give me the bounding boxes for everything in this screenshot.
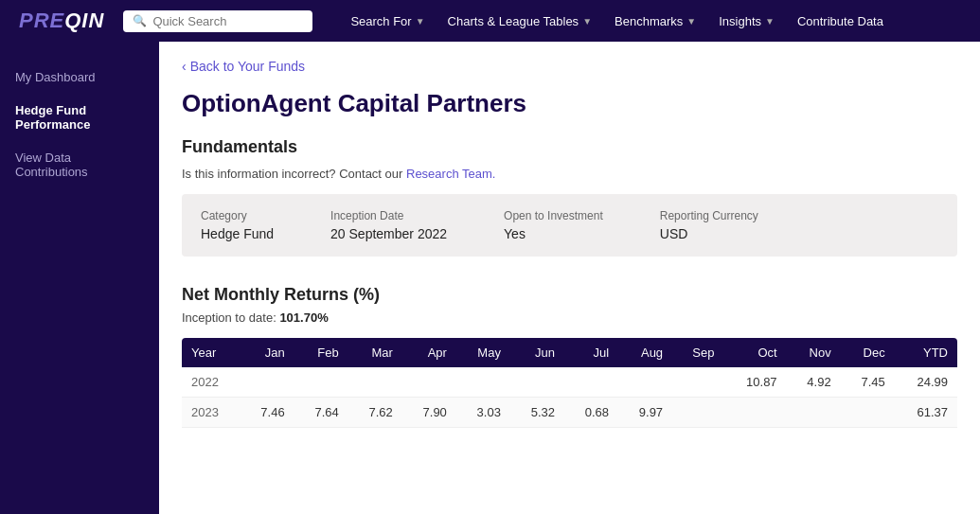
- fund-category-value: Hedge Fund: [201, 226, 274, 241]
- cell-jul: 0.68: [564, 398, 618, 428]
- nav-benchmarks[interactable]: Benchmarks ▼: [605, 9, 705, 34]
- col-feb: Feb: [294, 338, 348, 367]
- col-sep: Sep: [672, 338, 723, 367]
- fund-currency-label: Reporting Currency: [660, 209, 758, 222]
- cell-apr: 7.90: [402, 398, 456, 428]
- col-mar: Mar: [348, 338, 402, 367]
- search-icon: 🔍: [133, 14, 147, 27]
- cell-jan: 7.46: [241, 398, 294, 428]
- returns-table-header-row: Year Jan Feb Mar Apr May Jun Jul Aug Sep…: [182, 338, 957, 367]
- fundamentals-table: Category Hedge Fund Inception Date 20 Se…: [182, 194, 957, 257]
- chevron-down-icon: ▼: [765, 16, 775, 27]
- fund-category-label: Category: [201, 209, 274, 222]
- nav-search-for[interactable]: Search For ▼: [341, 9, 434, 34]
- cell-nov: [787, 398, 841, 428]
- chevron-down-icon: ▼: [686, 16, 696, 27]
- cell-oct: [723, 398, 786, 428]
- cell-ytd: 61.37: [895, 398, 957, 428]
- col-nov: Nov: [787, 338, 841, 367]
- chevron-down-icon: ▼: [582, 16, 592, 27]
- fundamentals-title: Fundamentals: [159, 137, 980, 167]
- back-bar: ‹ Back to Your Funds: [159, 42, 980, 74]
- search-input[interactable]: [152, 14, 285, 28]
- cell-apr: [402, 367, 456, 398]
- cell-aug: [618, 367, 672, 398]
- col-year: Year: [182, 338, 241, 367]
- page-title: OptionAgent Capital Partners: [159, 74, 980, 137]
- cell-mar: [348, 367, 402, 398]
- fundamentals-description: Is this information incorrect? Contact o…: [159, 167, 980, 194]
- cell-aug: 9.97: [618, 398, 672, 428]
- fund-inception-field: Inception Date 20 September 2022: [330, 209, 447, 241]
- col-ytd: YTD: [895, 338, 957, 367]
- inception-text: Inception to date: 101.70%: [182, 310, 957, 325]
- table-row: 202210.874.927.4524.99: [182, 367, 957, 398]
- sidebar-item-hedge-fund-performance[interactable]: Hedge Fund Performance: [0, 94, 159, 141]
- cell-dec: [841, 398, 895, 428]
- fund-open-label: Open to Investment: [504, 209, 603, 222]
- chevron-left-icon: ‹: [182, 59, 187, 74]
- cell-year: 2023: [182, 398, 241, 428]
- table-row: 20237.467.647.627.903.035.320.689.9761.3…: [182, 398, 957, 428]
- cell-may: [456, 367, 510, 398]
- returns-title: Net Monthly Returns (%): [182, 285, 957, 305]
- chevron-down-icon: ▼: [416, 16, 425, 27]
- cell-jul: [564, 367, 618, 398]
- header: PREQIN 🔍 Search For ▼ Charts & League Ta…: [0, 0, 980, 42]
- back-to-funds-link[interactable]: ‹ Back to Your Funds: [182, 59, 305, 74]
- cell-oct: 10.87: [723, 367, 786, 398]
- inception-value: 101.70%: [279, 310, 328, 325]
- cell-may: 3.03: [456, 398, 510, 428]
- returns-table: Year Jan Feb Mar Apr May Jun Jul Aug Sep…: [182, 338, 957, 428]
- sidebar-item-view-data-contributions[interactable]: View Data Contributions: [0, 141, 159, 188]
- cell-feb: [294, 367, 348, 398]
- nav-insights[interactable]: Insights ▼: [709, 9, 784, 34]
- returns-section: Net Monthly Returns (%) Inception to dat…: [159, 285, 980, 428]
- research-team-link[interactable]: Research Team.: [406, 167, 495, 181]
- main-nav: Search For ▼ Charts & League Tables ▼ Be…: [341, 9, 893, 34]
- col-may: May: [456, 338, 510, 367]
- page-layout: My Dashboard Hedge Fund Performance View…: [0, 42, 980, 514]
- main-content: ‹ Back to Your Funds OptionAgent Capital…: [159, 42, 980, 514]
- cell-year: 2022: [182, 367, 241, 398]
- cell-ytd: 24.99: [895, 367, 957, 398]
- cell-jun: 5.32: [510, 398, 564, 428]
- cell-feb: 7.64: [294, 398, 348, 428]
- search-box[interactable]: 🔍: [123, 10, 312, 32]
- cell-sep: [672, 367, 723, 398]
- col-dec: Dec: [841, 338, 895, 367]
- col-jan: Jan: [241, 338, 294, 367]
- fund-currency-field: Reporting Currency USD: [660, 209, 758, 241]
- col-jun: Jun: [510, 338, 564, 367]
- cell-jan: [241, 367, 294, 398]
- cell-mar: 7.62: [348, 398, 402, 428]
- fund-inception-value: 20 September 2022: [330, 226, 447, 241]
- cell-nov: 4.92: [787, 367, 841, 398]
- col-apr: Apr: [402, 338, 456, 367]
- logo: PREQIN: [19, 9, 104, 33]
- col-oct: Oct: [723, 338, 786, 367]
- fund-category-field: Category Hedge Fund: [201, 209, 274, 241]
- nav-contribute-data[interactable]: Contribute Data: [788, 9, 893, 34]
- fund-inception-label: Inception Date: [330, 209, 447, 222]
- sidebar: My Dashboard Hedge Fund Performance View…: [0, 42, 159, 514]
- fund-open-value: Yes: [504, 226, 526, 241]
- nav-charts-league[interactable]: Charts & League Tables ▼: [438, 9, 601, 34]
- sidebar-item-dashboard[interactable]: My Dashboard: [0, 61, 159, 94]
- cell-jun: [510, 367, 564, 398]
- fund-currency-value: USD: [660, 226, 688, 241]
- col-jul: Jul: [564, 338, 618, 367]
- cell-dec: 7.45: [841, 367, 895, 398]
- cell-sep: [672, 398, 723, 428]
- col-aug: Aug: [618, 338, 672, 367]
- fund-open-field: Open to Investment Yes: [504, 209, 603, 241]
